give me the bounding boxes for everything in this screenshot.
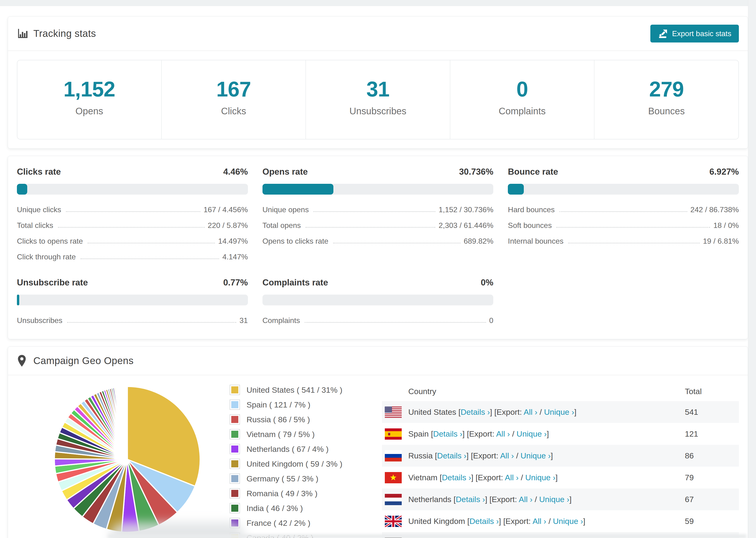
details-link[interactable]: Details › (437, 451, 466, 460)
details-link[interactable]: Details › (442, 473, 471, 482)
dotted-leader (560, 211, 687, 212)
dashboard-content: Tracking stats Export basic stats 1,152O… (8, 17, 748, 538)
rate-detail-row: Complaints0 (262, 316, 494, 325)
export-all-link[interactable]: All › (500, 451, 514, 460)
export-all-link[interactable]: All › (496, 429, 510, 438)
rate-row-value: 220 / 5.87% (208, 221, 248, 230)
dotted-leader (568, 243, 700, 243)
details-link[interactable]: Details › (456, 495, 485, 504)
map-pin-icon (17, 355, 28, 367)
bounce-rate-track (508, 184, 739, 194)
geo-opens-pie-chart[interactable] (52, 384, 202, 534)
unsubscribe-rate-value: 0.77% (223, 278, 248, 288)
legend-color-chip (230, 429, 240, 439)
legend-item: Netherlands ( 67 / 4% ) (230, 444, 342, 454)
legend-color-chip (230, 488, 240, 499)
legend-item: Russia ( 86 / 5% ) (230, 414, 342, 425)
details-link[interactable]: Details › (469, 517, 499, 525)
rate-row-value: 242 / 86.738% (690, 205, 739, 214)
complaints-rate-track (262, 295, 494, 305)
stat-label: Unsubscribes (306, 106, 450, 116)
export-icon (658, 28, 668, 39)
tracking-stats-title: Tracking stats (33, 28, 96, 39)
dotted-leader (557, 227, 710, 228)
rate-row-label: Opens to clicks rate (262, 237, 328, 245)
stat-value: 0 (450, 79, 594, 100)
country-cell: United States [Details ›] [Export: All ›… (408, 407, 576, 417)
nl-flag-icon (382, 494, 402, 505)
export-unique-link[interactable]: Unique › (539, 495, 569, 504)
rate-row-value: 14.497% (218, 237, 248, 245)
dotted-leader (58, 227, 204, 228)
details-link[interactable]: Details › (460, 407, 490, 416)
export-all-link[interactable]: All › (523, 407, 537, 416)
export-unique-link[interactable]: Unique › (516, 429, 547, 438)
export-unique-link[interactable]: Unique › (525, 473, 556, 482)
export-unique-link[interactable]: Unique › (520, 451, 551, 460)
legend-color-chip (230, 400, 240, 410)
rate-row-label: Hard bounces (508, 205, 555, 214)
stat-value: 279 (594, 79, 738, 100)
stat-cell: 0Complaints (450, 60, 595, 139)
tracking-stats-header: Tracking stats Export basic stats (8, 17, 748, 51)
export-button-label: Export basic stats (672, 29, 731, 38)
pie-slice-other[interactable] (127, 386, 127, 459)
opens-rate-title: Opens rate (262, 167, 308, 177)
pie-legend: United States ( 541 / 31% )Spain ( 121 /… (230, 385, 342, 538)
legend-item: Romania ( 49 / 3% ) (230, 488, 342, 499)
legend-label: Spain ( 121 / 7% ) (246, 400, 310, 409)
details-link[interactable]: Details › (433, 429, 462, 438)
legend-label: Romania ( 49 / 3% ) (246, 489, 317, 498)
rate-row-value: 689.82% (464, 237, 493, 245)
campaign-geo-opens-card: Campaign Geo Opens United States ( 541 /… (8, 347, 748, 538)
geo-total-value: 121 (685, 429, 739, 439)
complaints-rate-value: 0% (481, 278, 493, 288)
rate-detail-row: Internal bounces19 / 6.81% (508, 237, 739, 245)
opens-rate-fill (262, 184, 333, 194)
legend-item: United States ( 541 / 31% ) (230, 385, 342, 395)
stat-cell: 1,152Opens (17, 60, 162, 139)
export-unique-link[interactable]: Unique › (544, 407, 574, 416)
export-unique-link[interactable]: Unique › (553, 517, 583, 525)
export-all-link[interactable]: All › (505, 473, 519, 482)
legend-label: Germany ( 55 / 3% ) (246, 474, 318, 483)
rate-row-label: Unique opens (262, 205, 309, 214)
rates-card: Clicks rate 4.46% Unique clicks167 / 4.4… (8, 156, 748, 339)
geo-table-row: Netherlands [Details ›] [Export: All › /… (382, 488, 739, 510)
rate-row-label: Clicks to opens rate (17, 237, 83, 245)
bounce-rate-title: Bounce rate (508, 167, 558, 177)
geo-table-header: Country Total (382, 381, 739, 401)
rate-row-value: 18 / 0% (713, 221, 739, 230)
total-column-header: Total (685, 387, 739, 396)
legend-label: United Kingdom ( 59 / 3% ) (246, 459, 342, 468)
country-cell: Vietnam [Details ›] [Export: All › / Uni… (408, 473, 558, 482)
rate-detail-row: Click through rate4.147% (17, 252, 248, 261)
legend-label: France ( 42 / 2% ) (246, 518, 310, 528)
stat-label: Opens (17, 106, 161, 116)
page-top-strip (0, 0, 756, 6)
geo-card-header: Campaign Geo Opens (8, 347, 748, 375)
unsubscribe-rate-block: Unsubscribe rate 0.77% Unsubscribes31 (17, 278, 248, 325)
clicks-rate-track (17, 184, 248, 194)
export-basic-stats-button[interactable]: Export basic stats (650, 25, 739, 42)
stat-label: Bounces (594, 106, 738, 116)
unsubscribe-rate-title: Unsubscribe rate (17, 278, 88, 288)
complaints-rate-block: Complaints rate 0% Complaints0 (262, 278, 494, 325)
geo-content: United States ( 541 / 31% )Spain ( 121 /… (8, 375, 748, 538)
gb-flag-icon (382, 516, 402, 527)
legend-color-chip (230, 473, 240, 484)
complaints-rate-title: Complaints rate (262, 278, 328, 288)
legend-label: Vietnam ( 79 / 5% ) (246, 430, 315, 439)
clicks-rate-value: 4.46% (223, 167, 248, 177)
geo-table-row: Spain [Details ›] [Export: All › / Uniqu… (382, 423, 739, 445)
page-scrollbar[interactable] (748, 0, 756, 538)
export-all-link[interactable]: All › (519, 495, 533, 504)
geo-table-row: Russia [Details ›] [Export: All › / Uniq… (382, 445, 739, 467)
dotted-leader (67, 322, 236, 323)
export-all-link[interactable]: All › (532, 517, 546, 525)
rates-grid: Clicks rate 4.46% Unique clicks167 / 4.4… (17, 167, 739, 325)
geo-table-row: Vietnam [Details ›] [Export: All › / Uni… (382, 467, 739, 488)
geo-total-value: 79 (685, 473, 739, 482)
legend-item: United Kingdom ( 59 / 3% ) (230, 459, 342, 469)
stat-cell: 279Bounces (594, 60, 738, 139)
